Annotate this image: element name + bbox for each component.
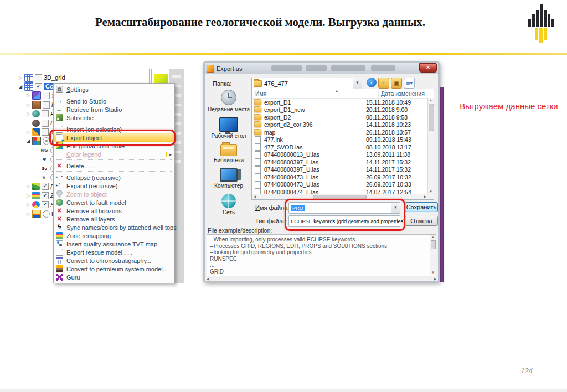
scroll-right-icon[interactable]: ▶ (434, 277, 436, 281)
menu-item-insert-quality-assurance-tvt-map[interactable]: Insert quality assurance TVT map (54, 240, 174, 248)
views-icon[interactable]: ▦▾ (404, 78, 415, 89)
expander-icon[interactable]: ◢ (18, 84, 23, 89)
file-row[interactable]: 074400800473_L.las26.09.2017 10:32 (252, 173, 434, 181)
place-libraries[interactable]: Библиотеки (207, 144, 250, 163)
expander-icon[interactable]: ▷ (25, 202, 31, 207)
menu-item-sync-names-colors-by-attached-well-tops[interactable]: Sync names/colors by attached well tops (54, 223, 174, 231)
scroll-down-icon[interactable]: ▼ (430, 270, 436, 275)
file-name: map (264, 129, 275, 136)
expander-icon[interactable]: ◢ (25, 138, 31, 143)
tree-checkbox[interactable]: ✓ (35, 83, 42, 90)
tree-checkbox[interactable]: ✓ (42, 201, 49, 208)
background-window-blur (371, 65, 395, 71)
place-label: Сеть (207, 209, 250, 215)
folder-icon (254, 122, 262, 128)
file-row[interactable]: 074400800473_U.las26.09.2017 10:33 (252, 181, 434, 189)
file-row[interactable]: map26.11.2018 13:57 (252, 128, 434, 136)
expander-icon[interactable]: ▷ (25, 184, 31, 189)
expander-icon[interactable]: ▷ (25, 102, 31, 107)
file-row[interactable]: export_d2_cor 39614.11.2018 10:23 (252, 121, 434, 129)
tree-checkbox[interactable]: ✓ (42, 192, 49, 199)
file-row[interactable]: 477.ink09.10.2018 15:43 (252, 136, 434, 144)
place-computer[interactable]: Компьютер (207, 168, 250, 189)
menu-item-subscribe[interactable]: Subscribe (54, 114, 174, 122)
tree-checkbox[interactable] (42, 128, 49, 136)
tree-checkbox[interactable] (35, 74, 42, 81)
expander-icon[interactable]: ▷ (18, 75, 23, 80)
place-desktop[interactable]: Рабочий стол (207, 117, 250, 139)
file-list-vertical-scrollbar[interactable]: ▲ ▼ (427, 98, 434, 194)
expander-icon[interactable]: ▷ (25, 111, 31, 116)
menu-item-delete[interactable]: Delete . . . (54, 162, 174, 170)
folder-combobox[interactable]: 476_477 ▼ (251, 78, 362, 90)
menu-item-guru[interactable]: Guru (54, 273, 174, 281)
place-recent-places[interactable]: Недавние места (207, 90, 250, 112)
file-row[interactable]: 477_SVOD.las08.10.2018 13:17 (252, 143, 434, 151)
menu-item-zoom-to-object: Zoom to object (54, 190, 174, 198)
scrollbar-thumb[interactable] (431, 240, 436, 249)
up-folder-icon[interactable]: ↑ (378, 78, 389, 89)
slide: Ремасштабирование геологической модели. … (0, 0, 567, 392)
menu-item-convert-to-chronostratigraphy[interactable]: Convert to chronostratigraphy... (54, 256, 174, 265)
expander-icon[interactable]: ▷ (25, 193, 31, 198)
column-header-date[interactable]: Дата изменения (379, 89, 434, 98)
file-row[interactable]: export_D208.11.2018 9:58 (252, 114, 434, 121)
menu-item-convert-to-petroleum-system-model[interactable]: Convert to petroleum system model... (54, 265, 174, 273)
menu-item-export-rescue-model[interactable]: Export rescue model . . . (54, 248, 174, 256)
place-network[interactable]: Сеть (207, 194, 250, 215)
description-horizontal-scrollbar[interactable]: ◀ ▶ (207, 277, 436, 281)
description-vertical-scrollbar[interactable]: ▲ ▼ (430, 235, 436, 275)
back-icon[interactable]: ‹ (367, 78, 377, 87)
file-date: 09.10.2018 15:43 (366, 136, 434, 143)
file-row[interactable]: 074400800013_U.las13.09.2011 11:38 (252, 151, 434, 159)
menu-item-retrieve-from-studio[interactable]: Retrieve from Studio (54, 105, 174, 114)
cancel-button[interactable]: Отмена (405, 216, 438, 226)
description-label: File example/description: (208, 227, 272, 234)
menu-item-send-to-studio[interactable]: Send to Studio (54, 97, 174, 105)
place-label: Недавние места (207, 106, 250, 112)
file-row[interactable]: 074400800397_L.las14.11.2017 15:32 (252, 158, 434, 166)
export-as-dialog: Export as ✕ Папка: 476_477 ▼ ‹↑▣▦▾ Недав… (203, 61, 440, 282)
chevron-down-icon[interactable]: ▼ (353, 78, 362, 89)
tree-checkbox[interactable]: ✓ (42, 183, 49, 190)
background-window-blur (271, 65, 302, 71)
dialog-title-bar[interactable]: Export as (205, 63, 438, 74)
file-row[interactable]: export_D115.11.2018 10:49 (252, 99, 434, 106)
tree-checkbox[interactable] (43, 101, 50, 109)
expander-icon[interactable]: ▷ (25, 212, 31, 216)
annotation-text: Выгружаем данные сетки (458, 101, 559, 112)
tree-checkbox[interactable] (42, 110, 49, 117)
tree-item-label[interactable]: 3D_grid (44, 74, 65, 81)
scroll-left-icon[interactable]: ◀ (207, 277, 209, 281)
menu-item-settings[interactable]: Settings (54, 85, 174, 94)
expander-icon[interactable]: ▷ (25, 130, 31, 135)
file-row[interactable]: 074400800397_U.las14.11.2017 15:32 (252, 166, 434, 174)
file-row[interactable]: export_D1_new20.11.2018 9:00 (252, 106, 434, 114)
tree-checkbox[interactable] (43, 92, 50, 99)
scroll-up-icon[interactable]: ▲ (428, 98, 434, 103)
expander-icon[interactable]: ▷ (25, 93, 31, 98)
scroll-up-icon[interactable]: ▲ (430, 235, 436, 240)
menu-item-expand-recursive[interactable]: Expand (recursive) (54, 182, 174, 190)
new-folder-icon[interactable]: ▣ (391, 78, 402, 89)
menu-item-zone-remapping[interactable]: Zone remapping (54, 231, 174, 240)
menu-item-remove-all-layers[interactable]: Remove all layers (54, 215, 174, 223)
scrollbar-thumb[interactable] (429, 104, 434, 131)
save-button[interactable]: Сохранить (405, 202, 438, 212)
annotation-box-export-object (49, 130, 176, 146)
close-icon[interactable]: ✕ (419, 63, 437, 73)
menu-item-collapse-recursive[interactable]: Collapse (recursive) (54, 173, 174, 182)
column-header-name[interactable]: Имя (252, 89, 379, 98)
scroll-right-icon[interactable]: ▶ (422, 194, 428, 199)
tree-row-3d-grid[interactable]: ▷3D_grid (18, 73, 65, 82)
tree-checkbox[interactable] (42, 120, 49, 127)
tree-radio[interactable] (43, 210, 50, 218)
file-name: 074400800397_U.las (264, 166, 319, 173)
menu-item-convert-to-fault-model[interactable]: Convert to fault model (54, 198, 174, 207)
retrieve-icon (56, 106, 63, 113)
place-label: Компьютер (207, 183, 250, 189)
menu-item-remove-all-horizons[interactable]: Remove all horizons (54, 207, 174, 215)
folder-icon (254, 129, 262, 135)
grid3d-icon (24, 82, 33, 91)
scroll-left-icon[interactable]: ◀ (252, 194, 257, 199)
